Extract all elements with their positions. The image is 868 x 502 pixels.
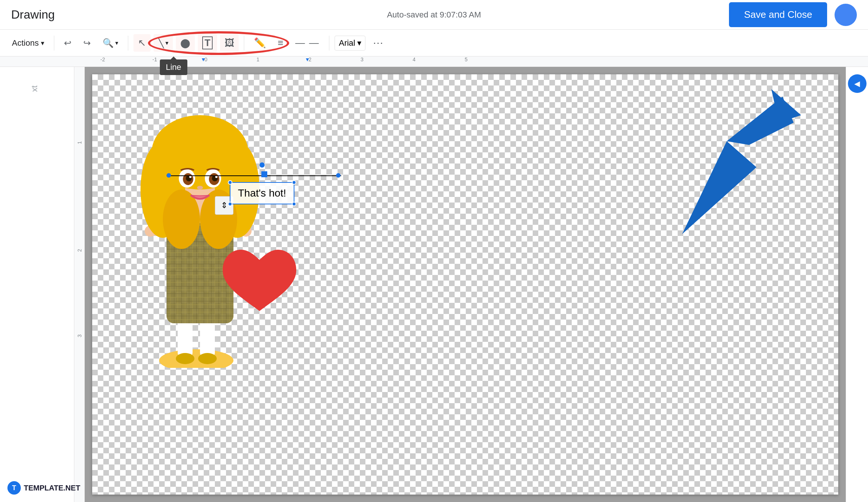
pen-icon: ✏️ <box>254 37 266 49</box>
undo-icon: ↩ <box>64 38 71 48</box>
shape-icon: ⬤ <box>180 38 190 48</box>
ruler-mark: 4 <box>413 56 416 62</box>
line-dash-button[interactable]: — — <box>291 34 324 52</box>
font-name: Arial <box>339 38 355 48</box>
redo-button[interactable]: ↪ <box>79 35 95 51</box>
line-tool-button[interactable]: ╲ ▾ <box>154 34 173 52</box>
watermark: T TEMPLATE.NET <box>7 481 80 495</box>
horizontal-ruler: -2 -1 0 1 2 3 4 5 ▼ ▼ <box>0 56 868 67</box>
pen-color-button[interactable]: ✏️ <box>249 34 270 52</box>
svg-marker-30 <box>682 141 756 234</box>
line-weight-button[interactable]: ≡ <box>273 34 288 52</box>
tooltip-text: Line <box>166 62 181 72</box>
toolbar: Actions ▾ ↩ ↪ 🔍 ▾ ↖ ╲ ▾ ⬤ T 🖼 ✏️ ≡ <box>0 30 868 56</box>
text-handle-tc[interactable] <box>259 162 265 168</box>
line-icon: ╲ <box>158 37 164 49</box>
line-dash-icon: — — <box>295 37 319 49</box>
ruler-mark: 5 <box>465 56 468 62</box>
line-handle-right[interactable] <box>336 173 341 178</box>
font-dropdown-icon: ▾ <box>357 38 361 48</box>
svg-point-3 <box>176 353 194 364</box>
canvas-area: xt 1 2 3 <box>0 67 868 502</box>
font-selector[interactable]: Arial ▾ <box>335 36 365 51</box>
autosave-status: Auto-saved at 9:07:03 AM <box>387 10 481 20</box>
svg-point-0 <box>159 349 233 368</box>
shape-tool-button[interactable]: ⬤ <box>176 35 195 51</box>
line-element[interactable] <box>167 175 341 176</box>
drawing-canvas[interactable]: ⇕ That's hot! <box>92 74 838 495</box>
line-handle-center[interactable] <box>261 171 267 177</box>
ruler-mark: -1 <box>152 56 157 62</box>
ruler-mark: -2 <box>100 56 105 62</box>
more-options-button[interactable]: ⋯ <box>368 34 388 52</box>
watermark-text: TEMPLATE.NET <box>24 484 80 492</box>
text-content: That's hot! <box>238 187 286 199</box>
right-sidebar-button[interactable]: ◀ <box>848 74 867 93</box>
text-icon: T <box>202 36 213 49</box>
heart-shape[interactable] <box>219 245 300 320</box>
toolbar-divider-4 <box>329 36 329 51</box>
text-box[interactable]: That's hot! <box>230 182 294 204</box>
actions-label: Actions <box>12 38 39 48</box>
blue-arrow-annotation <box>652 85 801 242</box>
header: Drawing Auto-saved at 9:07:03 AM Save an… <box>0 0 868 30</box>
svg-point-29 <box>197 186 203 190</box>
zoom-button[interactable]: 🔍 ▾ <box>98 35 123 51</box>
redo-icon: ↪ <box>83 38 91 48</box>
user-avatar <box>835 4 857 26</box>
zoom-icon: 🔍 <box>103 38 114 48</box>
line-dropdown-icon: ▾ <box>165 39 168 46</box>
undo-button[interactable]: ↩ <box>59 35 76 51</box>
toolbar-divider-2 <box>128 36 128 51</box>
left-sidebar: xt <box>0 67 74 502</box>
svg-point-4 <box>198 353 217 364</box>
actions-menu-button[interactable]: Actions ▾ <box>7 35 49 51</box>
text-handle-tr[interactable] <box>292 180 296 185</box>
toolbar-divider-1 <box>54 36 54 51</box>
more-icon: ⋯ <box>373 37 384 49</box>
page-title: Drawing <box>11 8 55 22</box>
svg-rect-2 <box>200 320 215 357</box>
ruler-marks: -2 -1 0 1 2 3 4 5 ▼ ▼ <box>85 56 868 67</box>
zoom-dropdown-icon: ▾ <box>115 39 118 46</box>
left-sidebar-text: xt <box>30 85 39 92</box>
image-icon: 🖼 <box>225 37 234 49</box>
text-handle-br[interactable] <box>292 202 296 206</box>
ruler-mark: 1 <box>256 56 259 62</box>
line-handle-left[interactable] <box>167 173 171 178</box>
line-tooltip: Line <box>160 59 187 75</box>
save-close-button[interactable]: Save and Close <box>729 2 827 27</box>
line-weight-icon: ≡ <box>278 37 283 49</box>
text-tool-button[interactable]: T <box>198 33 217 52</box>
text-align-symbol: ⇕ <box>221 201 228 210</box>
text-handle-tl[interactable] <box>228 180 232 185</box>
svg-rect-1 <box>178 320 193 357</box>
image-tool-button[interactable]: 🖼 <box>220 34 239 52</box>
select-tool-button[interactable]: ↖ <box>133 34 151 52</box>
toolbar-divider-3 <box>244 36 244 51</box>
watermark-logo: T <box>7 481 21 495</box>
select-icon: ↖ <box>138 37 146 49</box>
right-sidebar: ◀ <box>846 67 868 502</box>
doll-image <box>114 78 285 368</box>
text-handle-bl[interactable] <box>228 202 232 206</box>
actions-dropdown-icon: ▾ <box>41 39 44 47</box>
ruler-mark: 3 <box>361 56 364 62</box>
vertical-ruler: 1 2 3 <box>74 67 85 502</box>
